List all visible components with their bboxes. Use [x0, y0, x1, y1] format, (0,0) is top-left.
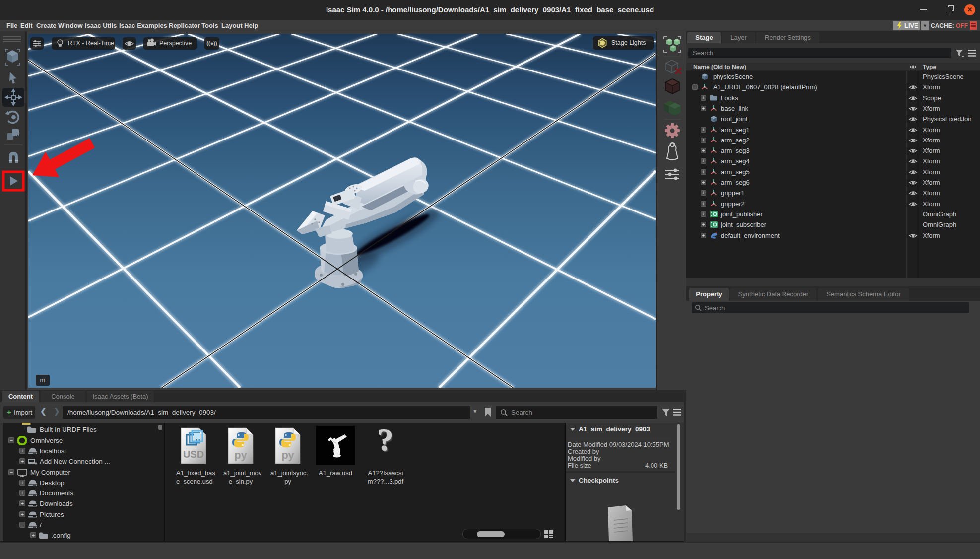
svg-text:USD: USD [183, 449, 204, 460]
svg-text:py: py [234, 449, 247, 461]
svg-text:py: py [281, 449, 294, 461]
